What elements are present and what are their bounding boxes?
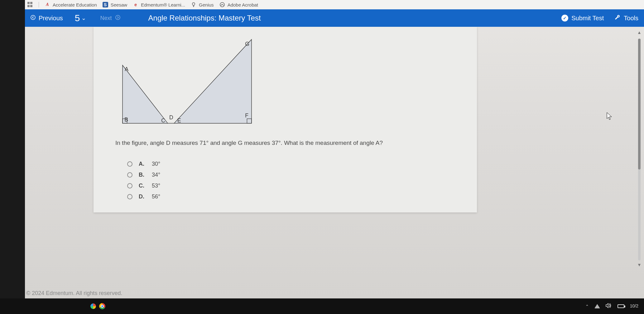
previous-label: Previous xyxy=(39,15,63,22)
edmentum-icon: e xyxy=(133,2,138,7)
radio-icon xyxy=(127,183,132,188)
tab-label: Seesaw xyxy=(111,2,127,7)
tab-seesaw[interactable]: S Seesaw xyxy=(103,2,127,7)
bulb-icon xyxy=(191,2,196,7)
question-number: 5 xyxy=(75,13,80,23)
system-tray: ⌃ 10/2 xyxy=(585,303,644,309)
option-text: 34° xyxy=(152,172,160,178)
question-text: In the figure, angle D measures 71° and … xyxy=(115,140,383,146)
label-G: G xyxy=(245,41,249,47)
next-label: Next xyxy=(100,15,112,21)
windows-taskbar: ⌃ 10/2 xyxy=(0,298,644,314)
radio-icon xyxy=(127,161,132,167)
browser-tab-bar: A Accelerate Education S Seesaw e Edment… xyxy=(25,0,644,9)
label-B: B xyxy=(124,117,128,123)
tools-label: Tools xyxy=(624,15,638,22)
label-E: E xyxy=(177,117,181,124)
accelerate-icon: A xyxy=(45,2,50,7)
option-letter: A. xyxy=(139,161,146,167)
option-letter: D. xyxy=(139,193,146,200)
option-a[interactable]: A. 30° xyxy=(127,161,160,167)
option-text: 56° xyxy=(152,193,160,200)
submit-test-button[interactable]: ✓ Submit Test xyxy=(561,15,604,22)
scroll-down-icon[interactable]: ▼ xyxy=(637,262,642,269)
option-b[interactable]: B. 34° xyxy=(127,172,160,178)
option-text: 30° xyxy=(152,161,160,167)
label-A: A xyxy=(125,66,128,72)
copyright-text: © 2024 Edmentum. All rights reserved. xyxy=(26,290,122,297)
svg-point-1 xyxy=(31,15,35,20)
taskbar-apps xyxy=(0,303,105,309)
previous-button[interactable]: Previous xyxy=(31,15,63,22)
tab-genius[interactable]: Genius xyxy=(191,2,214,7)
mouse-cursor-icon xyxy=(607,112,613,122)
vertical-scrollbar[interactable]: ▲ ▼ xyxy=(637,30,642,269)
option-c[interactable]: C. 53° xyxy=(127,183,160,189)
tab-accelerate-education[interactable]: A Accelerate Education xyxy=(45,2,97,7)
wifi-icon[interactable] xyxy=(594,304,600,308)
chrome-icon[interactable] xyxy=(99,303,105,309)
test-toolbar: Previous 5 ⌄ Next Angle Relationships: M… xyxy=(25,9,644,27)
label-F: F xyxy=(245,112,248,119)
svg-marker-4 xyxy=(174,40,252,123)
question-number-dropdown[interactable]: 5 ⌄ xyxy=(75,13,86,23)
scroll-thumb[interactable] xyxy=(638,39,641,169)
toolbar-right: ✓ Submit Test Tools xyxy=(561,14,638,22)
geometry-figure: A B C D E F G xyxy=(115,33,259,126)
arrow-left-icon xyxy=(31,15,36,21)
radio-icon xyxy=(127,194,132,199)
chevron-down-icon: ⌄ xyxy=(81,15,86,21)
question-card: A B C D E F G In the figure, angle D mea… xyxy=(94,27,477,212)
option-d[interactable]: D. 56° xyxy=(127,193,160,200)
submit-label: Submit Test xyxy=(571,15,604,22)
test-title: Angle Relationships: Mastery Test xyxy=(148,14,261,22)
svg-marker-3 xyxy=(123,65,168,123)
tab-separator xyxy=(39,2,39,7)
tab-label: Adobe Acrobat xyxy=(228,2,258,7)
adobe-icon xyxy=(219,2,225,7)
next-button[interactable]: Next xyxy=(100,15,120,21)
label-C: C xyxy=(161,117,165,124)
arrow-right-icon xyxy=(115,15,120,21)
radio-icon xyxy=(127,172,132,178)
option-letter: C. xyxy=(139,183,146,189)
tools-button[interactable]: Tools xyxy=(614,14,638,22)
tab-label: Accelerate Education xyxy=(53,2,97,7)
wrench-icon xyxy=(614,14,621,22)
tab-edmentum[interactable]: e Edmentum® Learni... xyxy=(133,2,185,7)
tab-label: Genius xyxy=(199,2,214,7)
tray-date[interactable]: 10/2 xyxy=(630,304,638,308)
apps-grid-icon[interactable] xyxy=(27,2,33,7)
answer-options: A. 30° B. 34° C. 53° D. 56° xyxy=(127,161,160,200)
option-text: 53° xyxy=(152,183,160,189)
svg-point-2 xyxy=(116,15,120,20)
label-D: D xyxy=(169,114,173,121)
toolbar-left: Previous 5 ⌄ Next xyxy=(31,13,120,23)
browser-viewport: A Accelerate Education S Seesaw e Edment… xyxy=(25,0,644,298)
seesaw-icon: S xyxy=(103,2,108,7)
taskbar-app-icon[interactable] xyxy=(90,303,96,309)
scroll-up-icon[interactable]: ▲ xyxy=(637,30,642,37)
option-letter: B. xyxy=(139,172,146,178)
volume-icon[interactable] xyxy=(606,303,612,309)
tray-overflow-icon[interactable]: ⌃ xyxy=(585,304,589,309)
check-circle-icon: ✓ xyxy=(561,15,568,21)
tab-label: Edmentum® Learni... xyxy=(141,2,185,7)
battery-icon[interactable] xyxy=(618,304,624,308)
tab-adobe[interactable]: Adobe Acrobat xyxy=(219,2,258,7)
